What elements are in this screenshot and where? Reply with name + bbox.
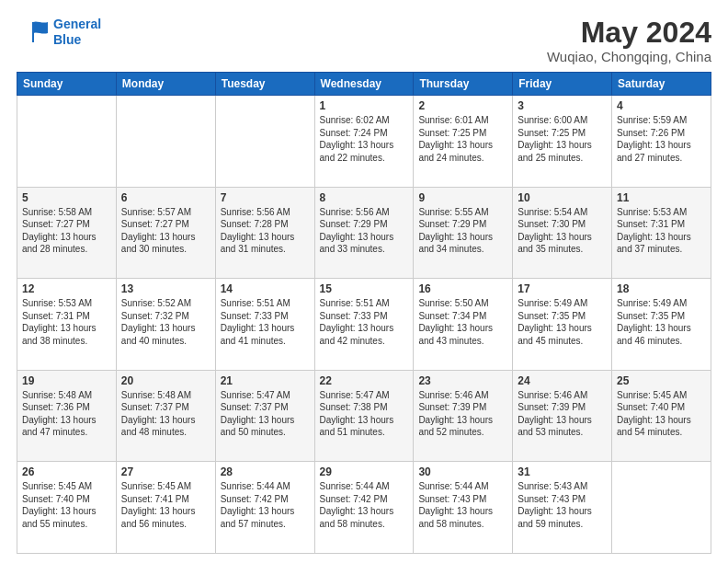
day-info: Sunrise: 5:46 AMSunset: 7:39 PMDaylight:… — [418, 389, 507, 439]
day-info: Sunrise: 5:50 AMSunset: 7:34 PMDaylight:… — [418, 297, 507, 347]
day-number: 15 — [320, 282, 409, 295]
day-number: 24 — [518, 374, 607, 387]
day-number: 2 — [418, 99, 507, 112]
title-block: May 2024 Wuqiao, Chongqing, China — [547, 17, 711, 64]
day-number: 1 — [320, 99, 409, 112]
col-sunday: Sunday — [17, 73, 117, 96]
table-row — [17, 96, 117, 188]
col-monday: Monday — [116, 73, 215, 96]
day-number: 4 — [617, 99, 706, 112]
day-info: Sunrise: 5:45 AMSunset: 7:40 PMDaylight:… — [617, 389, 706, 439]
day-info: Sunrise: 5:56 AMSunset: 7:28 PMDaylight:… — [221, 206, 310, 256]
day-info: Sunrise: 5:44 AMSunset: 7:42 PMDaylight:… — [320, 480, 409, 530]
table-row: 19Sunrise: 5:48 AMSunset: 7:36 PMDayligh… — [17, 370, 117, 462]
day-info: Sunrise: 5:57 AMSunset: 7:27 PMDaylight:… — [121, 206, 210, 256]
day-info: Sunrise: 5:48 AMSunset: 7:37 PMDaylight:… — [121, 389, 210, 439]
table-row: 20Sunrise: 5:48 AMSunset: 7:37 PMDayligh… — [116, 370, 215, 462]
table-row: 27Sunrise: 5:45 AMSunset: 7:41 PMDayligh… — [116, 462, 215, 554]
week-row-3: 12Sunrise: 5:53 AMSunset: 7:31 PMDayligh… — [17, 279, 711, 371]
day-number: 3 — [518, 99, 607, 112]
table-row: 14Sunrise: 5:51 AMSunset: 7:33 PMDayligh… — [215, 279, 314, 371]
day-info: Sunrise: 5:49 AMSunset: 7:35 PMDaylight:… — [617, 297, 706, 347]
table-row: 31Sunrise: 5:43 AMSunset: 7:43 PMDayligh… — [513, 462, 612, 554]
day-info: Sunrise: 6:01 AMSunset: 7:25 PMDaylight:… — [418, 114, 507, 164]
table-row: 21Sunrise: 5:47 AMSunset: 7:37 PMDayligh… — [215, 370, 314, 462]
table-row: 16Sunrise: 5:50 AMSunset: 7:34 PMDayligh… — [414, 279, 513, 371]
table-row — [215, 96, 314, 188]
table-row: 17Sunrise: 5:49 AMSunset: 7:35 PMDayligh… — [513, 279, 612, 371]
table-row — [116, 96, 215, 188]
calendar-header-row: Sunday Monday Tuesday Wednesday Thursday… — [17, 73, 711, 96]
day-number: 23 — [418, 374, 507, 387]
day-info: Sunrise: 5:49 AMSunset: 7:35 PMDaylight:… — [518, 297, 607, 347]
day-number: 29 — [320, 465, 409, 478]
table-row: 23Sunrise: 5:46 AMSunset: 7:39 PMDayligh… — [414, 370, 513, 462]
day-info: Sunrise: 6:02 AMSunset: 7:24 PMDaylight:… — [320, 114, 409, 164]
day-number: 7 — [221, 191, 310, 204]
table-row: 13Sunrise: 5:52 AMSunset: 7:32 PMDayligh… — [116, 279, 215, 371]
table-row: 11Sunrise: 5:53 AMSunset: 7:31 PMDayligh… — [612, 187, 711, 279]
table-row: 3Sunrise: 6:00 AMSunset: 7:25 PMDaylight… — [513, 96, 612, 188]
day-number: 20 — [121, 374, 210, 387]
day-number: 10 — [518, 191, 607, 204]
table-row: 24Sunrise: 5:46 AMSunset: 7:39 PMDayligh… — [513, 370, 612, 462]
day-number: 12 — [22, 282, 111, 295]
main-title: May 2024 — [547, 17, 711, 49]
table-row: 6Sunrise: 5:57 AMSunset: 7:27 PMDaylight… — [116, 187, 215, 279]
table-row: 26Sunrise: 5:45 AMSunset: 7:40 PMDayligh… — [17, 462, 117, 554]
table-row: 29Sunrise: 5:44 AMSunset: 7:42 PMDayligh… — [314, 462, 414, 554]
day-number: 8 — [320, 191, 409, 204]
table-row: 28Sunrise: 5:44 AMSunset: 7:42 PMDayligh… — [215, 462, 314, 554]
day-info: Sunrise: 5:58 AMSunset: 7:27 PMDaylight:… — [22, 206, 111, 256]
col-tuesday: Tuesday — [215, 73, 314, 96]
day-info: Sunrise: 5:44 AMSunset: 7:43 PMDaylight:… — [418, 480, 507, 530]
day-number: 27 — [121, 465, 210, 478]
day-number: 13 — [121, 282, 210, 295]
table-row: 8Sunrise: 5:56 AMSunset: 7:29 PMDaylight… — [314, 187, 414, 279]
day-number: 11 — [617, 191, 706, 204]
table-row: 15Sunrise: 5:51 AMSunset: 7:33 PMDayligh… — [314, 279, 414, 371]
day-number: 17 — [518, 282, 607, 295]
page: General Blue May 2024 Wuqiao, Chongqing,… — [0, 0, 728, 563]
logo-text: General Blue — [53, 17, 101, 48]
table-row: 10Sunrise: 5:54 AMSunset: 7:30 PMDayligh… — [513, 187, 612, 279]
table-row — [612, 462, 711, 554]
week-row-4: 19Sunrise: 5:48 AMSunset: 7:36 PMDayligh… — [17, 370, 711, 462]
day-number: 26 — [22, 465, 111, 478]
day-info: Sunrise: 5:56 AMSunset: 7:29 PMDaylight:… — [320, 206, 409, 256]
day-info: Sunrise: 5:51 AMSunset: 7:33 PMDaylight:… — [221, 297, 310, 347]
day-number: 21 — [221, 374, 310, 387]
subtitle: Wuqiao, Chongqing, China — [547, 49, 711, 64]
logo-icon — [17, 18, 50, 46]
logo: General Blue — [17, 17, 101, 48]
day-info: Sunrise: 5:46 AMSunset: 7:39 PMDaylight:… — [518, 389, 607, 439]
day-number: 18 — [617, 282, 706, 295]
table-row: 25Sunrise: 5:45 AMSunset: 7:40 PMDayligh… — [612, 370, 711, 462]
col-wednesday: Wednesday — [314, 73, 414, 96]
day-info: Sunrise: 5:59 AMSunset: 7:26 PMDaylight:… — [617, 114, 706, 164]
day-info: Sunrise: 5:54 AMSunset: 7:30 PMDaylight:… — [518, 206, 607, 256]
table-row: 30Sunrise: 5:44 AMSunset: 7:43 PMDayligh… — [414, 462, 513, 554]
table-row: 18Sunrise: 5:49 AMSunset: 7:35 PMDayligh… — [612, 279, 711, 371]
day-info: Sunrise: 5:45 AMSunset: 7:40 PMDaylight:… — [22, 480, 111, 530]
day-info: Sunrise: 5:43 AMSunset: 7:43 PMDaylight:… — [518, 480, 607, 530]
col-saturday: Saturday — [612, 73, 711, 96]
table-row: 5Sunrise: 5:58 AMSunset: 7:27 PMDaylight… — [17, 187, 117, 279]
day-number: 5 — [22, 191, 111, 204]
day-number: 31 — [518, 465, 607, 478]
table-row: 7Sunrise: 5:56 AMSunset: 7:28 PMDaylight… — [215, 187, 314, 279]
day-number: 28 — [221, 465, 310, 478]
col-friday: Friday — [513, 73, 612, 96]
day-info: Sunrise: 5:47 AMSunset: 7:37 PMDaylight:… — [221, 389, 310, 439]
day-number: 19 — [22, 374, 111, 387]
day-info: Sunrise: 5:53 AMSunset: 7:31 PMDaylight:… — [617, 206, 706, 256]
day-info: Sunrise: 5:44 AMSunset: 7:42 PMDaylight:… — [221, 480, 310, 530]
day-info: Sunrise: 5:55 AMSunset: 7:29 PMDaylight:… — [418, 206, 507, 256]
day-info: Sunrise: 6:00 AMSunset: 7:25 PMDaylight:… — [518, 114, 607, 164]
table-row: 9Sunrise: 5:55 AMSunset: 7:29 PMDaylight… — [414, 187, 513, 279]
day-info: Sunrise: 5:51 AMSunset: 7:33 PMDaylight:… — [320, 297, 409, 347]
week-row-1: 1Sunrise: 6:02 AMSunset: 7:24 PMDaylight… — [17, 96, 711, 188]
week-row-5: 26Sunrise: 5:45 AMSunset: 7:40 PMDayligh… — [17, 462, 711, 554]
day-info: Sunrise: 5:45 AMSunset: 7:41 PMDaylight:… — [121, 480, 210, 530]
day-number: 22 — [320, 374, 409, 387]
